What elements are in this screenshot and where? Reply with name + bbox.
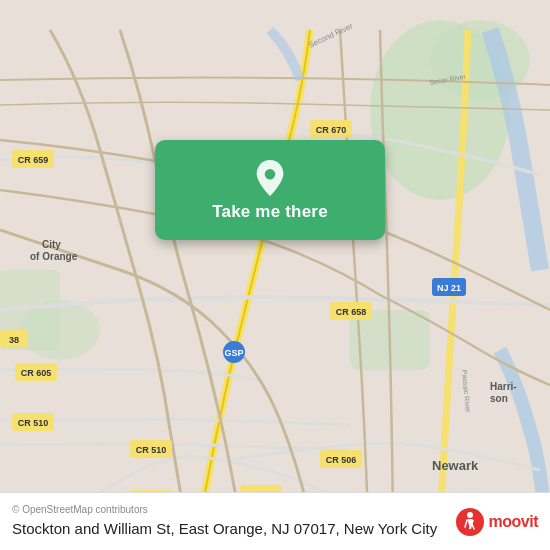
svg-text:CR 510: CR 510 <box>136 445 167 455</box>
moovit-logo-icon <box>455 507 485 537</box>
svg-text:CR 510: CR 510 <box>18 418 49 428</box>
svg-text:CR 506: CR 506 <box>326 455 357 465</box>
svg-point-40 <box>467 512 473 518</box>
moovit-logo: moovit <box>455 507 538 537</box>
address-text: Stockton and William St, East Orange, NJ… <box>12 519 437 539</box>
svg-text:GSP: GSP <box>224 348 243 358</box>
svg-text:CR 670: CR 670 <box>316 125 347 135</box>
location-pin-icon <box>252 158 288 198</box>
svg-point-38 <box>265 169 275 179</box>
svg-text:of Orange: of Orange <box>30 251 78 262</box>
svg-text:City: City <box>42 239 61 250</box>
bottom-bar: © OpenStreetMap contributors Stockton an… <box>0 492 550 550</box>
svg-text:CR 658: CR 658 <box>336 307 367 317</box>
moovit-brand-text: moovit <box>489 513 538 531</box>
svg-text:Newark: Newark <box>432 458 479 473</box>
svg-text:son: son <box>490 393 508 404</box>
take-me-there-label: Take me there <box>212 202 328 222</box>
svg-text:38: 38 <box>9 335 19 345</box>
svg-text:CR 605: CR 605 <box>21 368 52 378</box>
map-background: CR 659 CR 670 CR 658 CR 605 CR 510 CR 51… <box>0 0 550 550</box>
bottom-bar-left: © OpenStreetMap contributors Stockton an… <box>12 504 437 539</box>
take-me-there-button[interactable]: Take me there <box>155 140 385 240</box>
attribution-text: © OpenStreetMap contributors <box>12 504 437 515</box>
svg-text:CR 659: CR 659 <box>18 155 49 165</box>
svg-text:NJ 21: NJ 21 <box>437 283 461 293</box>
map-container: CR 659 CR 670 CR 658 CR 605 CR 510 CR 51… <box>0 0 550 550</box>
svg-text:Harri-: Harri- <box>490 381 517 392</box>
